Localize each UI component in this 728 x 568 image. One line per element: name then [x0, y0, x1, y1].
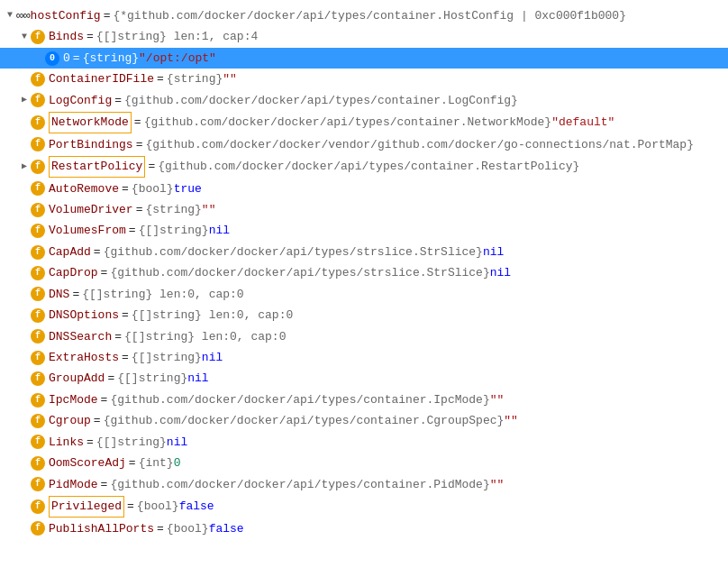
tree-row-autoRemove[interactable]: fAutoRemove = {bool} true [0, 179, 728, 199]
type-cgroup: {github.com/docker/docker/api/types/cont… [104, 411, 505, 430]
key-ipcMode: IpcMode [49, 390, 98, 409]
value-privileged: false [179, 497, 214, 516]
value-containerIDFile: "" [223, 69, 237, 88]
equals-dnsSearch: = [114, 327, 122, 346]
type-restartPolicy: {github.com/docker/docker/api/types/cont… [158, 157, 579, 176]
tree-row-publishAllPorts[interactable]: fPublishAllPorts = {bool} false [0, 518, 728, 539]
type-hostConfig: {*github.com/docker/docker/api/types/con… [113, 6, 626, 25]
key-volumesFrom: VolumesFrom [49, 221, 126, 240]
type-containerIDFile: {string} [167, 69, 223, 88]
key-capAdd: CapAdd [49, 243, 91, 261]
tree-row-links[interactable]: fLinks = {[]string} nil [0, 432, 728, 453]
field-icon-oomScoreAdj: f [31, 456, 45, 471]
equals-dnsOptions: = [122, 306, 129, 325]
tree-row-portBindings[interactable]: fPortBindings = {github.com/docker/docke… [0, 134, 728, 155]
key-portBindings: PortBindings [49, 135, 133, 154]
type-dnsSearch: {[]string} len:0, cap:0 [124, 327, 286, 346]
value-number-oomScoreAdj: 0 [174, 453, 181, 472]
field-icon-links: f [31, 435, 45, 449]
toggle-arrow-logConfig[interactable]: ▶ [18, 93, 31, 108]
tree-row-pidMode[interactable]: fPidMode = {github.com/docker/docker/api… [0, 474, 728, 495]
key-autoRemove: AutoRemove [49, 179, 119, 198]
toggle-arrow-restartPolicy[interactable]: ▶ [18, 160, 31, 175]
key-publishAllPorts: PublishAllPorts [49, 519, 154, 538]
equals-ipcMode: = [101, 390, 108, 409]
key-boxed-privileged: Privileged [49, 496, 124, 517]
key-binds: Binds [49, 27, 84, 46]
field-icon-ipcMode: f [31, 393, 45, 408]
key-links: Links [49, 433, 84, 452]
equals-extraHosts: = [122, 348, 129, 367]
equals-links: = [86, 433, 94, 452]
equals-volumeDriver: = [136, 200, 143, 219]
tree-row-restartPolicy[interactable]: ▶fRestartPolicy = {github.com/docker/doc… [0, 155, 728, 178]
equals-privileged: = [127, 497, 134, 516]
tree-row-dnsOptions[interactable]: fDNSOptions = {[]string} len:0, cap:0 [0, 305, 728, 325]
type-binds: {[]string} len:1, cap:4 [96, 27, 258, 46]
equals-containerIDFile: = [157, 69, 164, 88]
field-icon-restartPolicy: f [31, 160, 45, 174]
type-publishAllPorts: {bool} [167, 519, 209, 538]
tree-row-ipcMode[interactable]: fIpcMode = {github.com/docker/docker/api… [0, 389, 728, 410]
type-links: {[]string} [96, 433, 167, 452]
tree-row-privileged[interactable]: fPrivileged = {bool} false [0, 495, 728, 518]
tree-row-cgroup[interactable]: fCgroup = {github.com/docker/docker/api/… [0, 410, 728, 431]
tree-row-groupAdd[interactable]: fGroupAdd = {[]string} nil [0, 368, 728, 389]
tree-row-hostConfig[interactable]: ▼∞∞ hostConfig = {*github.com/docker/doc… [0, 5, 728, 26]
tree-row-dnsSearch[interactable]: fDNSSearch = {[]string} len:0, cap:0 [0, 326, 728, 347]
equals-restartPolicy: = [148, 157, 155, 176]
key-volumeDriver: VolumeDriver [49, 200, 133, 219]
key-pidMode: PidMode [49, 475, 98, 494]
value-binds-0: "/opt:/opt" [139, 49, 216, 68]
key-containerIDFile: ContainerIDFile [49, 69, 154, 88]
field-icon-binds: f [31, 30, 45, 44]
equals-autoRemove: = [122, 179, 129, 198]
field-icon-dnsOptions: f [31, 308, 45, 323]
field-icon-capDrop: f [31, 266, 45, 280]
type-volumesFrom: {[]string} [139, 221, 209, 240]
tree-row-oomScoreAdj[interactable]: fOomScoreAdj = {int} 0 [0, 453, 728, 473]
type-privileged: {bool} [137, 497, 179, 516]
equals-groupAdd: = [107, 369, 114, 388]
type-volumeDriver: {string} [145, 200, 201, 219]
tree-row-logConfig[interactable]: ▶fLogConfig = {github.com/docker/docker/… [0, 90, 728, 111]
type-oomScoreAdj: {int} [139, 453, 174, 472]
type-capAdd: {github.com/docker/docker/api/types/strs… [104, 243, 483, 261]
tree-row-dns[interactable]: fDNS = {[]string} len:0, cap:0 [0, 284, 728, 305]
toggle-arrow-binds[interactable]: ▼ [18, 30, 31, 45]
equals-capAdd: = [94, 243, 101, 261]
tree-row-capDrop[interactable]: fCapDrop = {github.com/docker/docker/api… [0, 262, 728, 283]
plain-hostConfig: ∞∞ [16, 6, 31, 25]
equals-oomScoreAdj: = [129, 453, 136, 472]
value-pidMode: "" [490, 475, 505, 494]
tree-container: ▼∞∞ hostConfig = {*github.com/docker/doc… [0, 0, 728, 545]
field-icon-networkMode: f [31, 115, 45, 130]
field-icon-dnsSearch: f [31, 329, 45, 344]
tree-row-networkMode[interactable]: fNetworkMode = {github.com/docker/docker… [0, 111, 728, 133]
type-binds-0: {string} [83, 49, 139, 68]
value-networkMode: "default" [551, 113, 614, 132]
key-binds-0: 0 [63, 49, 70, 68]
equals-capDrop: = [101, 263, 108, 282]
toggle-arrow-hostConfig[interactable]: ▼ [4, 8, 16, 23]
value-ipcMode: "" [490, 390, 505, 409]
tree-row-volumesFrom[interactable]: fVolumesFrom = {[]string} nil [0, 220, 728, 241]
tree-row-volumeDriver[interactable]: fVolumeDriver = {string} "" [0, 199, 728, 220]
tree-row-binds-0[interactable]: 00 = {string} "/opt:/opt" [0, 48, 728, 69]
tree-row-containerIDFile[interactable]: fContainerIDFile = {string} "" [0, 69, 728, 89]
type-dnsOptions: {[]string} len:0, cap:0 [132, 306, 293, 325]
tree-row-capAdd[interactable]: fCapAdd = {github.com/docker/docker/api/… [0, 242, 728, 262]
type-capDrop: {github.com/docker/docker/api/types/strs… [110, 263, 489, 282]
type-autoRemove: {bool} [132, 179, 174, 198]
field-icon-publishAllPorts: f [31, 521, 45, 536]
equals-binds: = [86, 27, 94, 46]
type-networkMode: {github.com/docker/docker/api/types/cont… [144, 113, 551, 132]
field-icon-dns: f [31, 287, 45, 301]
equals-binds-0: = [73, 49, 80, 68]
tree-row-binds[interactable]: ▼fBinds = {[]string} len:1, cap:4 [0, 26, 728, 47]
type-dns: {[]string} len:0, cap:0 [82, 285, 243, 304]
field-icon-autoRemove: f [31, 181, 45, 196]
tree-row-extraHosts[interactable]: fExtraHosts = {[]string} nil [0, 347, 728, 368]
value-volumeDriver: "" [202, 200, 216, 219]
value-nil-groupAdd: nil [187, 369, 208, 388]
